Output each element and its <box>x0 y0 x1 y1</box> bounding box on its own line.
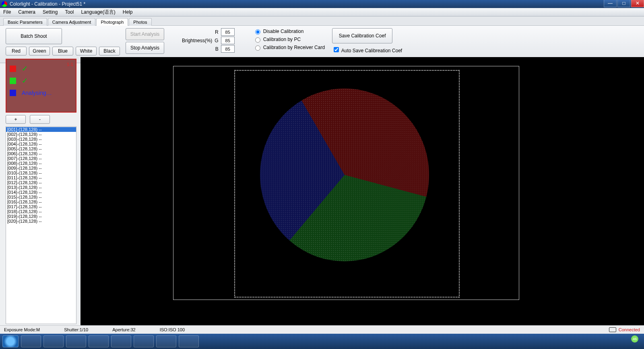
blue-swatch-icon <box>10 90 16 96</box>
list-item[interactable]: [005]-(128,128) -- <box>6 146 76 151</box>
save-calibration-coef-button[interactable]: Save Calibration Coef <box>332 28 392 43</box>
start-analysis-button[interactable]: Start Analysis <box>126 28 164 40</box>
tab-photograph[interactable]: Photograph <box>96 18 128 26</box>
taskbar-icon[interactable] <box>156 335 176 347</box>
analysis-status-pane: 1-1 ✓ ✓ Analysing… <box>6 59 76 113</box>
window-close-button[interactable]: ✕ <box>631 0 644 7</box>
radio-calibration-by-pc-label: Calibration by PC <box>263 37 301 42</box>
app-icon <box>2 1 7 7</box>
menu-file[interactable]: File <box>3 9 11 15</box>
window-minimize-button[interactable]: — <box>604 0 617 7</box>
os-taskbar[interactable]: 46 <box>0 334 644 349</box>
radio-calibration-by-card-input[interactable] <box>255 45 260 51</box>
window-titlebar: Colorlight - Calibration - Project51 * —… <box>0 0 644 8</box>
status-shutter: Shutter:1/10 <box>64 327 88 332</box>
list-item[interactable]: [016]-(128,128) -- <box>6 199 76 204</box>
start-button[interactable] <box>2 335 19 347</box>
list-item[interactable]: [006]-(128,128) -- <box>6 151 76 156</box>
green-done-icon: ✓ <box>22 76 28 85</box>
status-aperture: Aperture:32 <box>112 327 135 332</box>
list-item[interactable]: [013]-(128,128) -- <box>6 185 76 190</box>
red-done-icon: ✓ <box>22 64 28 73</box>
window-maximize-button[interactable]: □ <box>617 0 630 7</box>
green-swatch-icon <box>10 78 16 84</box>
taskbar-icon[interactable] <box>111 335 131 347</box>
photo-viewer[interactable] <box>80 57 644 326</box>
list-item[interactable]: [020]-(128,128) -- <box>6 219 76 224</box>
menu-tool[interactable]: Tool <box>65 9 74 15</box>
menu-help[interactable]: Help <box>123 9 133 15</box>
stop-analysis-button[interactable]: Stop Analysis <box>126 42 164 54</box>
color-red-button[interactable]: Red <box>6 47 27 55</box>
color-black-button[interactable]: Black <box>99 47 120 55</box>
sidebar: 1-1 ✓ ✓ Analysing… + - [001]-(128,128) -… <box>0 57 80 326</box>
brightness-label: Brightness(%) <box>182 38 212 43</box>
menu-language[interactable]: Language(语言) <box>81 9 115 16</box>
radio-disable-calibration[interactable]: Disable Calibration <box>253 28 325 35</box>
add-button[interactable]: + <box>6 115 26 124</box>
network-icon <box>609 327 616 332</box>
red-swatch-icon <box>10 66 16 72</box>
radio-disable-calibration-label: Disable Calibration <box>263 29 304 34</box>
status-connected: Connected <box>619 327 640 332</box>
status-exposure: Exposure Mode:M <box>4 327 40 332</box>
list-item[interactable]: [014]-(128,128) -- <box>6 190 76 195</box>
pane-corner-label: 1-1 <box>67 62 73 67</box>
selection-frame[interactable] <box>234 70 460 298</box>
list-item[interactable]: [015]-(128,128) -- <box>6 195 76 199</box>
taskbar-icon[interactable] <box>21 335 41 347</box>
tab-bar: Basic Parameters Camera Adjustment Photo… <box>0 16 644 26</box>
color-green-button[interactable]: Green <box>29 47 50 55</box>
radio-disable-calibration-input[interactable] <box>255 29 260 35</box>
list-item[interactable]: [019]-(128,128) -- <box>6 214 76 219</box>
taskbar-icon[interactable] <box>134 335 154 347</box>
brightness-r-input[interactable] <box>221 28 235 36</box>
menu-bar: File Camera Setting Tool Language(语言) He… <box>0 8 644 16</box>
list-item[interactable]: [001]-(128,128) -- <box>6 127 76 132</box>
brightness-g-input[interactable] <box>221 37 235 44</box>
list-item[interactable]: [002]-(128,128) -- <box>6 132 76 137</box>
tab-photos[interactable]: Photos <box>129 18 151 26</box>
list-item[interactable]: [018]-(128,128) -- <box>6 209 76 214</box>
color-white-button[interactable]: White <box>76 47 97 55</box>
color-blue-button[interactable]: Blue <box>52 47 73 55</box>
list-item[interactable]: [010]-(128,128) -- <box>6 170 76 175</box>
taskbar-icon[interactable] <box>66 335 86 347</box>
list-item[interactable]: [007]-(128,128) -- <box>6 156 76 161</box>
taskbar-icon[interactable] <box>179 335 199 347</box>
shot-list[interactable]: [001]-(128,128) --[002]-(128,128) --[003… <box>6 126 76 324</box>
tray-badge[interactable]: 46 <box>631 335 638 343</box>
menu-camera[interactable]: Camera <box>18 9 35 15</box>
list-item[interactable]: [008]-(128,128) -- <box>6 161 76 166</box>
radio-calibration-by-pc-input[interactable] <box>255 37 260 43</box>
status-bar: Exposure Mode:M Shutter:1/10 Aperture:32… <box>0 325 644 334</box>
list-item[interactable]: [011]-(128,128) -- <box>6 175 76 180</box>
radio-calibration-by-card[interactable]: Calibration by Receiver Card <box>253 44 325 51</box>
remove-button[interactable]: - <box>30 115 50 124</box>
tab-camera-adjustment[interactable]: Camera Adjustment <box>48 18 96 26</box>
batch-shoot-button[interactable]: Batch Shoot <box>6 28 62 44</box>
auto-save-checkbox[interactable]: Auto Save Calibreation Coef <box>332 46 402 53</box>
auto-save-checkbox-label: Auto Save Calibreation Coef <box>341 48 402 53</box>
menu-setting[interactable]: Setting <box>43 9 58 15</box>
window-title: Colorlight - Calibration - Project51 * <box>10 1 85 7</box>
list-item[interactable]: [004]-(128,128) -- <box>6 142 76 146</box>
list-item[interactable]: [003]-(128,128) -- <box>6 137 76 142</box>
status-iso: ISO:ISO 100 <box>160 327 185 332</box>
auto-save-checkbox-input[interactable] <box>334 47 339 52</box>
taskbar-icon[interactable] <box>43 335 64 347</box>
list-item[interactable]: [009]-(128,128) -- <box>6 166 76 170</box>
list-item[interactable]: [017]-(128,128) -- <box>6 204 76 209</box>
taskbar-icon[interactable] <box>89 335 109 347</box>
tab-basic-parameters[interactable]: Basic Parameters <box>3 18 47 26</box>
blue-status-label: Analysing… <box>22 90 52 96</box>
brightness-b-input[interactable] <box>221 45 235 53</box>
radio-calibration-by-card-label: Calibration by Receiver Card <box>263 45 325 50</box>
radio-calibration-by-pc[interactable]: Calibration by PC <box>253 36 325 43</box>
list-item[interactable]: [012]-(128,128) -- <box>6 180 76 185</box>
